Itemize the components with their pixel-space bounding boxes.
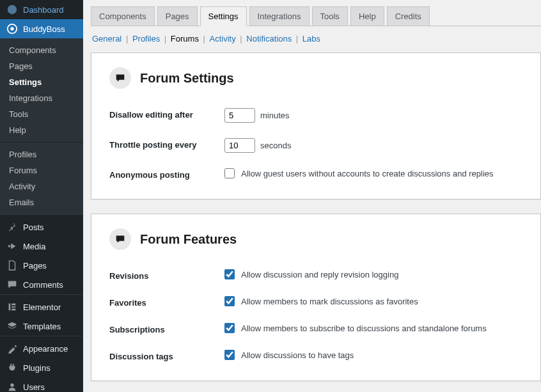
comment-icon <box>6 279 18 290</box>
throttle-input[interactable] <box>224 138 255 153</box>
feature-checkbox[interactable] <box>224 350 235 360</box>
sidebar-label: Appearance <box>23 344 68 354</box>
feature-checkbox[interactable] <box>224 323 235 333</box>
main-content: Components Pages Settings Integrations T… <box>83 0 541 392</box>
dashboard-icon <box>6 4 18 15</box>
sidebar-sub-help[interactable]: Help <box>0 122 83 138</box>
media-icon <box>6 240 18 252</box>
subnav-profiles[interactable]: Profiles <box>132 34 160 43</box>
sidebar-sub-activity[interactable]: Activity <box>0 178 83 194</box>
subnav-general[interactable]: General <box>92 34 122 43</box>
sidebar-item-posts[interactable]: Posts <box>0 217 83 237</box>
tab-bar: Components Pages Settings Integrations T… <box>91 6 541 26</box>
forum-icon <box>109 228 131 250</box>
tab-components[interactable]: Components <box>91 6 155 26</box>
sidebar-sub-emails[interactable]: Emails <box>0 194 83 210</box>
templates-icon <box>6 320 18 332</box>
sidebar-label: Media <box>23 242 45 251</box>
sidebar-item-templates[interactable]: Templates <box>0 317 83 336</box>
svg-rect-5 <box>12 306 15 308</box>
sidebar-item-media[interactable]: Media <box>0 237 83 256</box>
tab-integrations[interactable]: Integrations <box>249 6 310 26</box>
tab-help[interactable]: Help <box>350 6 384 26</box>
buddyboss-icon <box>6 23 18 35</box>
panel-title: Forum Settings <box>140 71 234 86</box>
svg-point-7 <box>10 384 13 387</box>
elementor-icon <box>6 301 18 313</box>
forum-features-panel: Forum Features RevisionsAllow discussion… <box>91 214 541 381</box>
sidebar-label: Pages <box>23 261 47 270</box>
svg-point-2 <box>8 245 11 247</box>
throttle-suffix: seconds <box>260 141 291 150</box>
sidebar-label: Templates <box>23 322 61 331</box>
subnav-notifications[interactable]: Notifications <box>246 34 292 43</box>
edit-lock-input[interactable] <box>224 108 255 123</box>
sidebar-sub-tools[interactable]: Tools <box>0 106 83 122</box>
sidebar-label: Comments <box>23 280 63 290</box>
page-icon <box>6 260 18 271</box>
subnav-activity[interactable]: Activity <box>210 34 236 43</box>
svg-rect-3 <box>9 304 11 311</box>
sidebar-submenu: Components Pages Settings Integrations T… <box>0 38 83 142</box>
sidebar-label: Posts <box>23 223 44 232</box>
edit-lock-label: Disallow editing after <box>109 108 224 120</box>
admin-sidebar: Dashboard BuddyBoss Components Pages Set… <box>0 0 83 392</box>
feature-checkbox[interactable] <box>224 296 235 306</box>
tab-tools[interactable]: Tools <box>312 6 348 26</box>
subnav-forums[interactable]: Forums <box>171 34 199 43</box>
tab-settings[interactable]: Settings <box>200 6 247 26</box>
svg-rect-6 <box>12 309 15 311</box>
sidebar-sub-pages[interactable]: Pages <box>0 58 83 74</box>
sidebar-item-pages[interactable]: Pages <box>0 256 83 275</box>
sidebar-submenu2: Profiles Forums Activity Emails <box>0 142 83 214</box>
sidebar-label: Plugins <box>23 363 51 373</box>
feature-label: Favorites <box>109 296 224 308</box>
pin-icon <box>6 221 18 233</box>
tab-credits[interactable]: Credits <box>387 6 430 26</box>
sidebar-label: BuddyBoss <box>23 24 65 34</box>
anon-label: Anonymous posting <box>109 168 224 180</box>
settings-subnav: General | Profiles | Forums | Activity |… <box>91 34 541 43</box>
feature-desc: Allow discussion and reply revision logg… <box>241 270 398 279</box>
plugin-icon <box>6 362 18 373</box>
svg-rect-4 <box>12 304 15 306</box>
sidebar-item-buddyboss[interactable]: BuddyBoss <box>0 19 83 38</box>
anon-checkbox[interactable] <box>224 168 235 178</box>
feature-label: Revisions <box>109 269 224 281</box>
sidebar-item-appearance[interactable]: Appearance <box>0 339 83 358</box>
user-icon <box>6 381 18 392</box>
feature-desc: Allow members to mark discussions as fav… <box>241 297 418 306</box>
sidebar-item-plugins[interactable]: Plugins <box>0 358 83 377</box>
sidebar-sub-components[interactable]: Components <box>0 42 83 58</box>
feature-desc: Allow discussions to have tags <box>241 350 354 360</box>
feature-checkbox[interactable] <box>224 269 235 279</box>
sidebar-label: Elementor <box>23 302 61 312</box>
appearance-icon <box>6 343 18 354</box>
edit-lock-suffix: minutes <box>260 111 290 120</box>
sidebar-label: Users <box>23 382 45 392</box>
anon-desc: Allow guest users without accounts to cr… <box>241 169 494 178</box>
panel-title: Forum Features <box>140 232 237 247</box>
sidebar-sub-settings[interactable]: Settings <box>0 74 83 90</box>
sidebar-label: Dashboard <box>23 5 64 15</box>
forum-settings-panel: Forum Settings Disallow editing after mi… <box>91 52 541 200</box>
sidebar-sub-forums[interactable]: Forums <box>0 162 83 178</box>
sidebar-sub-profiles[interactable]: Profiles <box>0 146 83 162</box>
subnav-labs[interactable]: Labs <box>302 34 320 43</box>
feature-label: Subscriptions <box>109 323 224 334</box>
tab-pages[interactable]: Pages <box>157 6 198 26</box>
feature-label: Discussion tags <box>109 350 224 361</box>
throttle-label: Throttle posting every <box>109 138 224 150</box>
sidebar-item-elementor[interactable]: Elementor <box>0 297 83 317</box>
sidebar-item-users[interactable]: Users <box>0 377 83 392</box>
forum-icon <box>109 67 131 89</box>
feature-desc: Allow members to subscribe to discussion… <box>241 324 487 333</box>
sidebar-item-dashboard[interactable]: Dashboard <box>0 0 83 19</box>
sidebar-item-comments[interactable]: Comments <box>0 275 83 294</box>
sidebar-sub-integrations[interactable]: Integrations <box>0 90 83 106</box>
svg-point-1 <box>10 27 13 30</box>
